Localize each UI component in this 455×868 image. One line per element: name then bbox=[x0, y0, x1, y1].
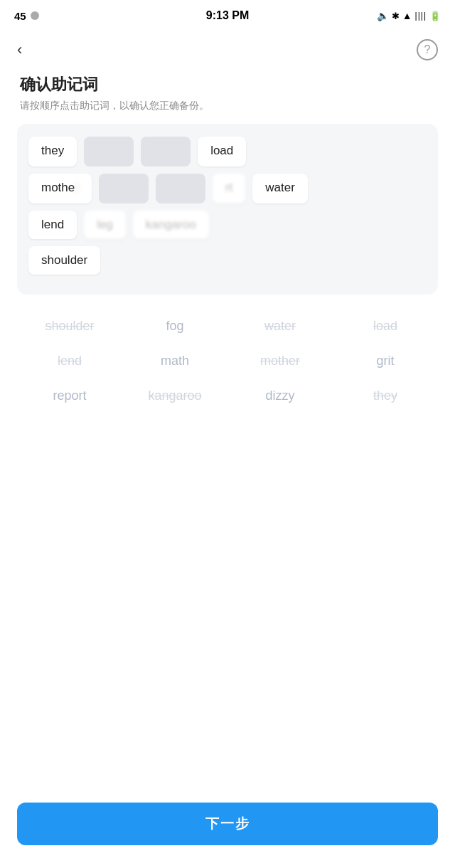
available-row-1: shoulder fog water load bbox=[17, 319, 438, 334]
help-button[interactable]: ? bbox=[417, 39, 438, 60]
selected-word-load[interactable]: load bbox=[198, 137, 246, 166]
selected-word-water[interactable]: water bbox=[252, 174, 308, 203]
avail-word-fog[interactable]: fog bbox=[146, 319, 203, 334]
wifi-icon: ▲ bbox=[402, 10, 412, 21]
avail-word-mother[interactable]: mother bbox=[252, 354, 309, 369]
selected-word-shoulder[interactable]: shoulder bbox=[28, 246, 100, 275]
selected-row-2: mother rt water bbox=[28, 174, 427, 203]
available-row-3: report kangaroo dizzy they bbox=[17, 388, 438, 403]
page-header: ‹ ? bbox=[0, 31, 455, 68]
signal-icon: |||| bbox=[415, 11, 427, 21]
title-section: 确认助记词 请按顺序点击助记词，以确认您正确备份。 bbox=[0, 68, 455, 124]
available-row-2: lend math mother grit bbox=[17, 354, 438, 369]
avail-word-dizzy[interactable]: dizzy bbox=[252, 388, 309, 403]
selected-word-rt[interactable]: rt bbox=[213, 174, 245, 203]
selected-blank-2 bbox=[141, 137, 191, 166]
avail-word-lend[interactable]: lend bbox=[41, 354, 98, 369]
selected-blank-4 bbox=[156, 174, 205, 203]
selected-word-kangaroo[interactable]: kangaroo bbox=[133, 211, 209, 239]
selected-blank-3 bbox=[99, 174, 149, 203]
back-button[interactable]: ‹ bbox=[17, 42, 22, 58]
status-dot-icon bbox=[31, 11, 39, 20]
status-icons: 🔈 ✱ ▲ |||| 🔋 bbox=[377, 10, 441, 21]
battery-icon: 🔋 bbox=[429, 11, 441, 21]
avail-word-load[interactable]: load bbox=[357, 319, 414, 334]
selected-word-lend[interactable]: lend bbox=[28, 211, 77, 239]
bottom-area: 下一步 bbox=[17, 803, 438, 845]
selected-words-box: they load mother rt water lend leg kanga… bbox=[17, 124, 438, 295]
page-title: 确认助记词 bbox=[20, 74, 435, 95]
avail-word-water[interactable]: water bbox=[252, 319, 309, 334]
bluetooth-icon: ✱ bbox=[392, 11, 400, 21]
avail-word-grit[interactable]: grit bbox=[357, 354, 414, 369]
selected-word-they[interactable]: they bbox=[28, 137, 77, 166]
avail-word-shoulder[interactable]: shoulder bbox=[41, 319, 98, 334]
selected-word-mother[interactable]: mother bbox=[28, 174, 92, 203]
selected-row-3: lend leg kangaroo bbox=[28, 211, 427, 239]
status-left: 45 bbox=[14, 10, 39, 22]
next-button[interactable]: 下一步 bbox=[17, 803, 438, 845]
volume-icon: 🔈 bbox=[377, 10, 389, 21]
status-app-number: 45 bbox=[14, 10, 26, 22]
status-time: 9:13 PM bbox=[206, 9, 249, 22]
selected-row-4: shoulder bbox=[28, 246, 427, 275]
avail-word-kangaroo[interactable]: kangaroo bbox=[146, 388, 203, 403]
avail-word-math[interactable]: math bbox=[146, 354, 203, 369]
help-icon: ? bbox=[424, 43, 431, 56]
avail-word-report[interactable]: report bbox=[41, 388, 98, 403]
page-subtitle: 请按顺序点击助记词，以确认您正确备份。 bbox=[20, 100, 435, 112]
selected-blank-1 bbox=[84, 137, 134, 166]
status-bar: 45 9:13 PM 🔈 ✱ ▲ |||| 🔋 bbox=[0, 0, 455, 31]
avail-word-they[interactable]: they bbox=[357, 388, 414, 403]
selected-word-leg[interactable]: leg bbox=[84, 211, 126, 239]
selected-row-1: they load bbox=[28, 137, 427, 166]
available-words-section: shoulder fog water load lend math mother… bbox=[0, 312, 455, 430]
